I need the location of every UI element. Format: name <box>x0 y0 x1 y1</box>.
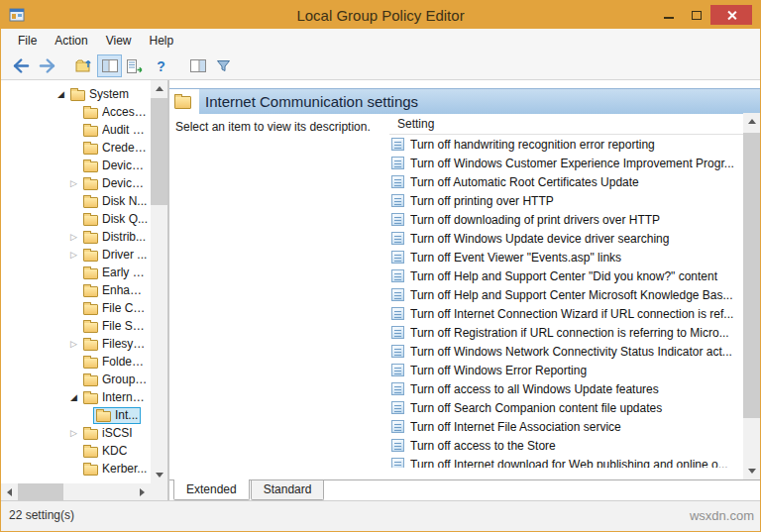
tree-item-label: Filesys... <box>102 337 148 351</box>
tree-item-access[interactable]: Access... <box>1 103 151 121</box>
setting-row[interactable]: Turn off Event Viewer "Events.asp" links <box>389 248 743 266</box>
setting-row[interactable]: Turn off Search Companion content file u… <box>389 398 743 417</box>
policy-setting-icon <box>391 458 404 468</box>
setting-row[interactable]: Turn off Registration if URL connection … <box>389 323 743 342</box>
tree-item-kdc[interactable]: KDC <box>1 442 151 460</box>
tree-vertical-scrollbar[interactable] <box>151 80 167 483</box>
scroll-up-button[interactable] <box>151 80 167 97</box>
collapsed-arrow-icon: ▷ <box>67 251 80 260</box>
scroll-right-button[interactable] <box>134 483 151 500</box>
tree-view: ◢SystemAccess...Audit P...Creden...Devic… <box>1 80 151 483</box>
policy-setting-icon <box>391 326 404 339</box>
back-arrow-icon <box>13 58 30 73</box>
policy-setting-icon <box>391 364 404 376</box>
settings-scrollbar[interactable] <box>743 113 760 479</box>
scroll-down-button[interactable] <box>743 463 760 479</box>
tab-extended[interactable]: Extended <box>173 479 250 500</box>
settings-column-header[interactable]: Setting <box>389 113 743 135</box>
setting-row[interactable]: Turn off Internet File Association servi… <box>389 417 743 436</box>
console-tree-icon <box>102 59 118 72</box>
tab-standard[interactable]: Standard <box>251 480 325 500</box>
tree-item-file-cla[interactable]: File Cla... <box>1 299 151 317</box>
folder-icon <box>83 215 98 226</box>
scroll-down-button[interactable] <box>151 467 167 483</box>
setting-row[interactable]: Turn off access to the Store <box>389 436 743 455</box>
export-list-button[interactable] <box>123 54 148 77</box>
watermark: wsxdn.com <box>690 508 754 523</box>
setting-row[interactable]: Turn off printing over HTTP <box>389 191 743 210</box>
tree-item-distrib[interactable]: ▷Distrib... <box>1 228 151 246</box>
expanded-arrow-icon: ◢ <box>54 90 67 99</box>
close-button[interactable] <box>710 5 752 25</box>
tree-item-filesys[interactable]: ▷Filesys... <box>1 335 151 353</box>
folder-icon <box>83 447 98 458</box>
scroll-thumb[interactable] <box>18 483 63 500</box>
tree-horizontal-scrollbar[interactable] <box>1 483 151 500</box>
setting-row[interactable]: Turn off Internet download for Web publi… <box>389 455 743 468</box>
tree-item-label: Int... <box>115 408 138 422</box>
setting-row[interactable]: Turn off access to all Windows Update fe… <box>389 379 743 398</box>
action-pane-icon <box>190 59 206 72</box>
show-action-pane-button[interactable] <box>185 54 210 77</box>
tree-item-int[interactable]: Int... <box>1 406 151 424</box>
tree-item-folder[interactable]: Folder ... <box>1 353 151 371</box>
arrow-up-icon <box>156 86 163 91</box>
tree-item-file-sh[interactable]: File Sh... <box>1 317 151 335</box>
window-controls <box>655 1 752 29</box>
menu-item-view[interactable]: View <box>97 31 141 51</box>
help-button[interactable]: ? <box>149 54 173 77</box>
scroll-left-button[interactable] <box>1 483 18 500</box>
tree-item-device[interactable]: Device... <box>1 157 151 174</box>
tree-item-iscsi[interactable]: ▷iSCSI <box>1 424 151 442</box>
scroll-up-button[interactable] <box>743 113 760 130</box>
show-console-tree-button[interactable] <box>97 54 122 77</box>
tree-item-early-l[interactable]: Early L... <box>1 264 151 281</box>
settings-list: Turn off handwriting recognition error r… <box>389 135 743 468</box>
tree-item-label: System <box>89 87 129 101</box>
policy-setting-icon <box>391 288 404 301</box>
tree-item-group[interactable]: Group ... <box>1 371 151 388</box>
policy-setting-icon <box>391 401 404 414</box>
setting-row[interactable]: Turn off Help and Support Center Microso… <box>389 285 743 304</box>
setting-row[interactable]: Turn off downloading of print drivers ov… <box>389 210 743 229</box>
minimize-button[interactable] <box>655 4 683 26</box>
setting-row[interactable]: Turn off Windows Error Reporting <box>389 361 743 379</box>
folder-icon <box>83 358 98 369</box>
setting-label: Turn off printing over HTTP <box>410 194 743 208</box>
up-one-level-button[interactable] <box>71 54 96 77</box>
tree-item-audit-p[interactable]: Audit P... <box>1 121 151 139</box>
menu-item-help[interactable]: Help <box>141 31 183 51</box>
setting-row[interactable]: Turn off Windows Customer Experience Imp… <box>389 154 743 172</box>
tree-item-disk-q[interactable]: Disk Q... <box>1 210 151 228</box>
menu-item-file[interactable]: File <box>9 31 46 51</box>
tree-item-driver[interactable]: ▷Driver ... <box>1 246 151 264</box>
forward-button[interactable] <box>35 54 59 77</box>
setting-row[interactable]: Turn off Windows Network Connectivity St… <box>389 342 743 361</box>
scroll-thumb[interactable] <box>151 98 167 205</box>
tree-item-kerber[interactable]: Kerber... <box>1 460 151 478</box>
tree-item-device[interactable]: ▷Device... <box>1 174 151 192</box>
menu-item-action[interactable]: Action <box>46 31 96 51</box>
tree-item-system[interactable]: ◢System <box>1 85 151 103</box>
back-button[interactable] <box>9 54 34 77</box>
setting-row[interactable]: Turn off handwriting recognition error r… <box>389 135 743 154</box>
tree-item-creden[interactable]: Creden... <box>1 139 151 157</box>
tree-item-enhanc[interactable]: Enhanc... <box>1 281 151 299</box>
setting-row[interactable]: Turn off Help and Support Center "Did yo… <box>389 266 743 285</box>
maximize-button[interactable] <box>683 4 710 26</box>
tree-item-label: Audit P... <box>102 123 148 137</box>
folder-icon <box>83 304 98 315</box>
tree-item-interne[interactable]: ◢Interne... <box>1 388 151 406</box>
setting-row[interactable]: Turn off Internet Connection Wizard if U… <box>389 304 743 323</box>
setting-row[interactable]: Turn off Automatic Root Certificates Upd… <box>389 172 743 191</box>
tree-item-label: File Sh... <box>102 319 148 333</box>
setting-label: Turn off Windows Customer Experience Imp… <box>410 157 743 170</box>
scroll-thumb[interactable] <box>743 133 760 418</box>
policy-setting-icon <box>391 269 404 282</box>
filter-button[interactable] <box>211 54 236 77</box>
folder-icon <box>83 251 98 262</box>
collapsed-arrow-icon: ▷ <box>67 340 80 349</box>
setting-row[interactable]: Turn off Windows Update device driver se… <box>389 229 743 248</box>
tree-item-disk-n[interactable]: Disk N... <box>1 192 151 210</box>
gpedit-window: Local Group Policy Editor FileActionView… <box>0 0 761 532</box>
